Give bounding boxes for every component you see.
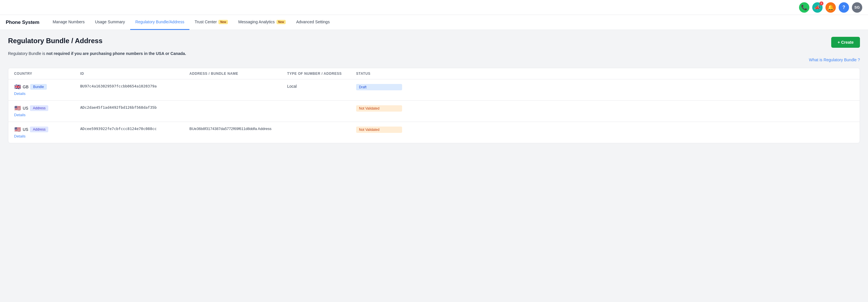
type-badge-bundle-0: Bundle bbox=[30, 84, 46, 90]
country-row-2: 🇺🇸 US Address bbox=[14, 126, 80, 132]
cell-country-0: 🇬🇧 GB Bundle Details bbox=[14, 84, 80, 96]
status-badge-2: Not Validated bbox=[356, 126, 402, 133]
app-title: Phone System bbox=[6, 20, 39, 25]
cell-status-1: Not Validated bbox=[356, 105, 402, 112]
page-subtitle: Regulatory Bundle is not required if you… bbox=[8, 51, 860, 56]
cell-country-2: 🇺🇸 US Address Details bbox=[14, 126, 80, 138]
country-row-0: 🇬🇧 GB Bundle bbox=[14, 84, 80, 90]
main-content: Regulatory Bundle / Address + Create Reg… bbox=[0, 30, 868, 302]
cell-country-1: 🇺🇸 US Address Details bbox=[14, 105, 80, 117]
regulatory-bundle-table: COUNTRY ID ADDRESS / BUNDLE NAME TYPE OF… bbox=[8, 68, 860, 143]
create-button[interactable]: + Create bbox=[831, 37, 860, 48]
page-header: Regulatory Bundle / Address + Create bbox=[8, 37, 860, 48]
table-row: 🇺🇸 US Address Details ADc2dae45f1ad4492f… bbox=[8, 101, 860, 122]
cell-status-0: Draft bbox=[356, 84, 402, 90]
flag-gb: 🇬🇧 bbox=[14, 85, 21, 89]
help-icon[interactable]: ? bbox=[839, 2, 849, 13]
tab-messaging-analytics[interactable]: Messaging Analytics New bbox=[233, 15, 291, 30]
megaphone-icon[interactable]: 📣 1 bbox=[812, 2, 823, 13]
table-row: 🇺🇸 US Address Details ADcee5993922fe7cbf… bbox=[8, 122, 860, 143]
country-row-1: 🇺🇸 US Address bbox=[14, 105, 80, 111]
flag-us-2: 🇺🇸 bbox=[14, 127, 21, 132]
megaphone-badge: 1 bbox=[819, 1, 824, 5]
flag-us-1: 🇺🇸 bbox=[14, 106, 21, 111]
cell-id-1: ADc2dae45f1ad4492fbd126bf568daf35b bbox=[80, 105, 189, 110]
tab-regulatory-bundle[interactable]: Regulatory Bundle/Address bbox=[130, 15, 189, 30]
nav-bar: Phone System Manage Numbers Usage Summar… bbox=[0, 15, 868, 30]
col-header-id: ID bbox=[80, 71, 189, 76]
details-link-0[interactable]: Details bbox=[14, 91, 80, 96]
status-badge-0: Draft bbox=[356, 84, 402, 90]
cell-id-2: ADcee5993922fe7cbfccc8124e70c088cc bbox=[80, 126, 189, 131]
details-link-1[interactable]: Details bbox=[14, 113, 80, 117]
type-badge-address-1: Address bbox=[30, 105, 48, 111]
col-header-type: TYPE OF NUMBER / ADDRESS bbox=[287, 71, 356, 76]
cell-id-0: BU97c4a163029597fccbb0654a1020379a bbox=[80, 84, 189, 88]
cell-address-2: BUe36b8f3174387da5772f69f611d8ddfa Addre… bbox=[189, 126, 287, 131]
messaging-analytics-new-badge: New bbox=[277, 20, 286, 24]
table-header: COUNTRY ID ADDRESS / BUNDLE NAME TYPE OF… bbox=[8, 68, 860, 80]
page-title: Regulatory Bundle / Address bbox=[8, 37, 103, 45]
type-badge-address-2: Address bbox=[30, 126, 48, 132]
nav-tabs: Manage Numbers Usage Summary Regulatory … bbox=[48, 15, 335, 30]
table-row: 🇬🇧 GB Bundle Details BU97c4a163029597fcc… bbox=[8, 80, 860, 101]
cell-type-0: Local bbox=[287, 84, 356, 89]
col-header-address-bundle-name: ADDRESS / BUNDLE NAME bbox=[189, 71, 287, 76]
status-badge-1: Not Validated bbox=[356, 105, 402, 112]
bell-icon[interactable]: 🔔 bbox=[826, 2, 836, 13]
avatar[interactable]: SG bbox=[852, 2, 862, 13]
topbar: 📞 📣 1 🔔 ? SG bbox=[0, 0, 868, 15]
trust-center-new-badge: New bbox=[218, 20, 228, 24]
col-header-status: STATUS bbox=[356, 71, 402, 76]
tab-advanced-settings[interactable]: Advanced Settings bbox=[291, 15, 335, 30]
cell-status-2: Not Validated bbox=[356, 126, 402, 133]
tab-trust-center[interactable]: Trust Center New bbox=[189, 15, 233, 30]
col-header-country: COUNTRY bbox=[14, 71, 80, 76]
phone-icon[interactable]: 📞 bbox=[799, 2, 809, 13]
what-is-regulatory-bundle-link[interactable]: What is Regulatory Bundle ? bbox=[8, 58, 860, 62]
tab-manage-numbers[interactable]: Manage Numbers bbox=[48, 15, 90, 30]
tab-usage-summary[interactable]: Usage Summary bbox=[90, 15, 130, 30]
details-link-2[interactable]: Details bbox=[14, 134, 80, 138]
